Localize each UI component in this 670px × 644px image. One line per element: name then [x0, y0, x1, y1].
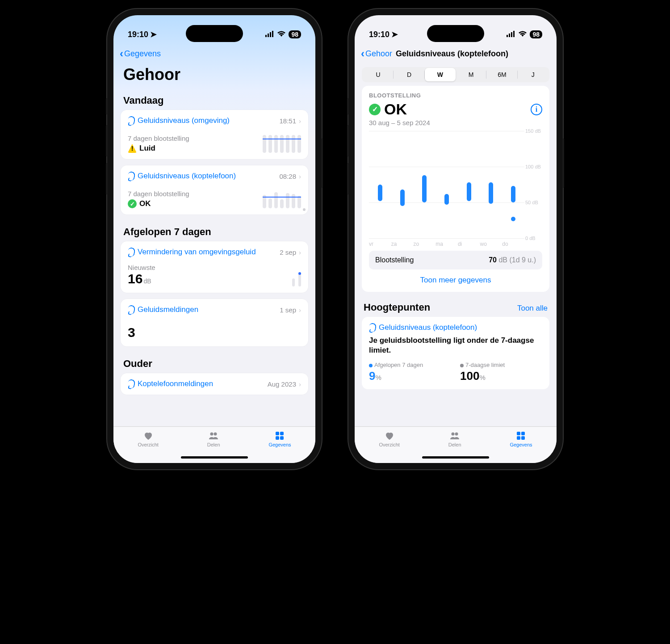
status-time: 19:10 — [369, 30, 389, 39]
highlight-card[interactable]: Geluidsniveaus (koptelefoon) Je geluidsb… — [362, 317, 549, 389]
svg-rect-6 — [276, 432, 279, 435]
tab-overview[interactable]: Overzicht — [138, 430, 158, 447]
card-title: Koptelefoonmeldingen — [138, 379, 213, 388]
info-button[interactable]: i — [531, 104, 542, 115]
chevron-right-icon: › — [299, 248, 301, 256]
svg-point-15 — [455, 433, 458, 436]
nav-bar: ‹ Gegevens — [113, 44, 315, 63]
svg-rect-13 — [513, 31, 515, 37]
svg-rect-0 — [265, 35, 267, 37]
ear-icon — [368, 323, 377, 333]
card-ambient-sound[interactable]: Geluidsniveaus (omgeving) 18:51› 7 dagen… — [121, 110, 308, 159]
chevron-right-icon: › — [299, 117, 301, 125]
card-headphone-sound[interactable]: Geluidsniveaus (koptelefoon) 08:28› 7 da… — [121, 165, 308, 215]
card-sound-notifications[interactable]: Geluidsmeldingen 1 sep› 3 — [121, 299, 308, 346]
cellular-icon — [507, 30, 515, 39]
chevron-right-icon: › — [299, 173, 301, 180]
card-time: 1 sep — [280, 306, 296, 314]
back-button[interactable]: ‹ Gegevens — [120, 47, 161, 60]
svg-rect-19 — [521, 436, 525, 440]
warning-icon: ! — [128, 144, 137, 153]
highlight-text: Je geluidsblootstelling ligt onder de 7-… — [369, 336, 542, 355]
chevron-left-icon: ‹ — [120, 47, 123, 60]
svg-rect-10 — [507, 35, 508, 37]
seg-hour[interactable]: U — [363, 68, 394, 81]
seg-month[interactable]: M — [456, 68, 486, 81]
home-indicator[interactable] — [422, 456, 489, 459]
mini-chart — [263, 188, 301, 208]
back-button[interactable]: ‹ Gehoor — [361, 47, 392, 60]
nav-title: Geluidsniveaus (koptelefoon) — [396, 49, 508, 59]
tab-data[interactable]: Gegevens — [268, 430, 291, 447]
show-all-link[interactable]: Toon alle — [517, 304, 548, 313]
card-subtitle: 7 dagen blootstelling — [128, 190, 189, 198]
tab-overview[interactable]: Overzicht — [379, 430, 399, 447]
check-icon: ✓ — [128, 199, 137, 208]
back-label: Gehoor — [365, 49, 392, 59]
tab-label: Overzicht — [138, 442, 158, 447]
status-text: Luid — [139, 144, 155, 153]
card-time: 08:28 — [279, 173, 296, 180]
card-time: 2 sep — [280, 248, 296, 256]
battery-indicator: 98 — [530, 30, 542, 38]
seg-6month[interactable]: 6M — [486, 68, 517, 81]
cellular-icon — [265, 30, 274, 39]
seg-year[interactable]: J — [518, 68, 549, 81]
svg-rect-11 — [509, 34, 510, 37]
chart-panel: BLOOTSTELLING ✓OK 30 aug – 5 sep 2024 i … — [362, 86, 549, 292]
svg-rect-16 — [517, 432, 520, 435]
status-time: 19:10 — [128, 30, 148, 39]
location-icon: ➤ — [391, 29, 398, 39]
highlights-title: Hoogtepunten — [364, 302, 430, 313]
headphone-chart[interactable]: 0 dB50 dB100 dB150 dB vrzazomadiwodo — [369, 131, 542, 247]
show-more-link[interactable]: Toon meer gegevens — [369, 269, 542, 286]
chevron-right-icon: › — [299, 380, 301, 388]
ear-icon — [127, 247, 136, 257]
exposure-summary: Blootstelling 70 dB (1d 9 u.) — [369, 251, 542, 269]
section-today: Vandaag — [121, 89, 308, 110]
card-title: Geluidsniveaus (koptelefoon) — [138, 172, 236, 181]
col-label: 7-daagse limiet — [465, 362, 505, 368]
seg-day[interactable]: D — [394, 68, 424, 81]
back-label: Gegevens — [124, 49, 161, 59]
wifi-icon — [518, 30, 527, 39]
time-range-selector: U D W M 6M J — [362, 67, 549, 82]
col-value: 9 — [369, 369, 375, 383]
seg-week[interactable]: W — [425, 68, 456, 81]
svg-rect-9 — [280, 436, 284, 440]
ear-icon — [127, 379, 136, 389]
svg-rect-7 — [280, 432, 284, 435]
inset-label: Blootstelling — [375, 256, 414, 264]
tab-data[interactable]: Gegevens — [510, 430, 532, 447]
svg-rect-8 — [276, 436, 279, 440]
svg-rect-12 — [511, 32, 512, 37]
tab-share[interactable]: Delen — [448, 430, 461, 447]
card-title: Geluidsniveaus (omgeving) — [138, 116, 230, 125]
wifi-icon — [277, 30, 286, 39]
nav-bar: ‹ Gehoor Geluidsniveaus (koptelefoon) — [355, 44, 557, 63]
unit: % — [479, 374, 485, 381]
card-headphone-notifications[interactable]: Koptelefoonmeldingen Aug 2023› — [121, 373, 308, 395]
phone-right: 19:10➤ 98 ‹ Gehoor Geluidsniveaus (kopte… — [348, 9, 563, 469]
tab-label: Delen — [448, 442, 461, 447]
tab-share[interactable]: Delen — [207, 430, 220, 447]
card-title: Vermindering van omgevingsgeluid — [138, 248, 256, 257]
svg-rect-2 — [270, 32, 271, 37]
col-label: Afgelopen 7 dagen — [374, 362, 423, 368]
unit: dB — [143, 278, 151, 285]
ear-icon — [127, 116, 136, 126]
card-noise-reduction[interactable]: Vermindering van omgevingsgeluid 2 sep› … — [121, 241, 308, 293]
svg-rect-18 — [517, 436, 520, 440]
tab-label: Gegevens — [510, 442, 532, 447]
exposure-label: BLOOTSTELLING — [369, 92, 430, 99]
section-older: Ouder — [121, 353, 308, 373]
dynamic-island — [186, 25, 243, 42]
section-week: Afgelopen 7 dagen — [121, 221, 308, 241]
home-indicator[interactable] — [181, 456, 248, 459]
mini-chart — [292, 266, 301, 286]
svg-point-14 — [452, 433, 455, 436]
page-title: Gehoor — [113, 63, 315, 89]
svg-rect-3 — [272, 31, 273, 37]
location-icon: ➤ — [150, 29, 157, 39]
dot-icon — [460, 364, 464, 367]
